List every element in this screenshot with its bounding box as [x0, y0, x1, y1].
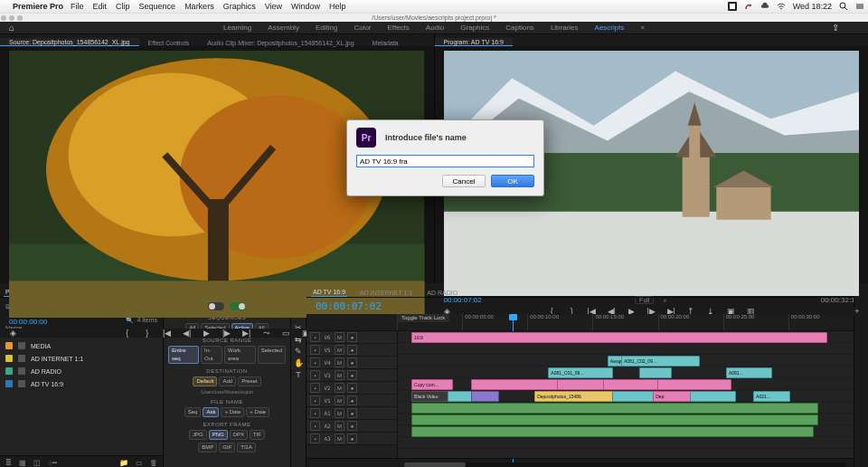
control-center-icon[interactable]	[855, 2, 864, 11]
menu-markers[interactable]: Markers	[184, 2, 214, 11]
type-tool-icon[interactable]: T	[296, 370, 301, 379]
solo-toggle-icon[interactable]: ●	[347, 345, 357, 355]
insert-icon[interactable]: ⤳	[261, 329, 272, 338]
menu-view[interactable]: View	[265, 2, 282, 11]
mark-in-icon[interactable]: {	[122, 329, 133, 338]
freeform-view-icon[interactable]: ◫	[33, 459, 41, 467]
workspace-tab-graphics[interactable]: Graphics	[460, 24, 489, 32]
track-toggle-icon[interactable]: •	[310, 408, 320, 418]
workspace-tab-effects[interactable]: Effects	[388, 24, 410, 32]
track-header[interactable]: •A1M●	[307, 407, 397, 420]
menu-clip[interactable]: Clip	[116, 2, 130, 11]
mute-toggle-icon[interactable]: M	[335, 357, 344, 367]
track-lanes[interactable]: 16:9AesguaArt1…A081_C02_09…A081_C01_09…A…	[398, 331, 854, 458]
timeline-tab[interactable]: AD RADIO	[425, 289, 459, 297]
workspace-tab-audio[interactable]: Audio	[426, 24, 444, 32]
track-header[interactable]: •V6M●	[307, 331, 397, 344]
workspace-overflow-icon[interactable]: »	[640, 24, 644, 32]
destbtns-preset[interactable]: Preset	[238, 376, 260, 386]
timeline-clip[interactable]: 16:9	[411, 332, 827, 343]
project-item[interactable]: AD TV 16:9	[0, 377, 163, 390]
timeline-clip[interactable]: Depositphotos_15486	[534, 391, 618, 402]
rangebtns-in-out[interactable]: In-Out	[201, 346, 222, 364]
mute-toggle-icon[interactable]: M	[335, 434, 344, 443]
timeline-clip[interactable]: A081_C01_09…	[548, 367, 613, 378]
track-header[interactable]: •V3M●	[307, 369, 397, 382]
timeline-clip[interactable]	[411, 415, 818, 425]
track-toggle-icon[interactable]: •	[310, 434, 320, 443]
solo-toggle-icon[interactable]: ●	[347, 434, 357, 443]
workspace-tab-color[interactable]: Color	[354, 24, 371, 32]
solo-toggle-icon[interactable]: ●	[347, 332, 357, 342]
fmt2-bmp[interactable]: BMP	[198, 443, 217, 453]
status-wifi-icon[interactable]	[777, 2, 786, 11]
namebtns-ask[interactable]: Ask	[203, 407, 219, 417]
menu-window[interactable]: Window	[291, 2, 320, 11]
menu-edit[interactable]: Edit	[93, 2, 108, 11]
namebtns--date[interactable]: + Date	[246, 407, 269, 417]
solo-toggle-icon[interactable]: ●	[347, 396, 357, 405]
destbtns-add[interactable]: Add	[219, 376, 236, 386]
traffic-light-close[interactable]	[1, 15, 6, 21]
pen-tool-icon[interactable]: ✎	[295, 347, 302, 356]
traffic-light-max[interactable]	[17, 15, 23, 21]
mute-toggle-icon[interactable]: M	[335, 345, 344, 355]
workspace-tab-captions[interactable]: Captions	[505, 24, 534, 32]
play-icon[interactable]: ▶	[202, 329, 212, 338]
solo-toggle-icon[interactable]: ●	[347, 421, 357, 431]
track-header[interactable]: •V5M●	[307, 344, 397, 357]
export-direct-toggle[interactable]	[230, 302, 246, 310]
traffic-light-min[interactable]	[9, 15, 14, 21]
track-toggle-icon[interactable]: •	[310, 332, 320, 342]
status-cloud-icon[interactable]	[760, 2, 769, 11]
zoom-slider-icon[interactable]: ○━	[48, 459, 57, 467]
timeline-clip[interactable]	[690, 391, 736, 402]
fmt1-tif[interactable]: TIF	[250, 430, 265, 440]
add-marker-icon[interactable]: ◈	[7, 329, 18, 338]
timeline-zoom-scroll[interactable]	[404, 462, 846, 467]
rangebtns-work-area[interactable]: Work area	[224, 346, 256, 364]
fmt1-dpx[interactable]: DPX	[230, 430, 248, 440]
solo-toggle-icon[interactable]: ●	[347, 408, 357, 418]
fmt1-png[interactable]: PNG	[209, 430, 228, 440]
project-item[interactable]: AD RADIO	[0, 365, 163, 377]
destbtns-default[interactable]: Default	[193, 376, 217, 386]
workspace-tab-aescripts[interactable]: aescripts	[595, 24, 625, 32]
fmt2-gif[interactable]: GIF	[219, 443, 235, 453]
ok-button[interactable]: OK	[491, 175, 534, 187]
timeline-clip[interactable]	[612, 391, 658, 402]
source-tab[interactable]: Metadata	[363, 39, 408, 46]
share-icon[interactable]: ⇪	[832, 23, 839, 33]
track-toggle-icon[interactable]: •	[310, 370, 320, 380]
status-record-icon[interactable]	[728, 2, 737, 11]
rangebtns-selected[interactable]: Selected	[258, 346, 286, 364]
new-item-icon[interactable]: ▭	[136, 459, 143, 467]
mark-out-icon[interactable]: }	[142, 329, 153, 338]
workspace-tab-learning[interactable]: Learning	[223, 24, 251, 32]
status-cc-icon[interactable]	[744, 2, 753, 11]
timeline-clip[interactable]: Copy com…	[411, 379, 453, 390]
track-toggle-icon[interactable]: •	[310, 396, 320, 405]
go-to-in-icon[interactable]: |◀	[162, 329, 173, 338]
new-bin-icon[interactable]: 📁	[119, 459, 128, 467]
filename-input[interactable]	[356, 155, 534, 167]
menu-file[interactable]: File	[71, 2, 84, 11]
timeline-clip[interactable]: Dep	[653, 391, 694, 402]
timeline-clip[interactable]	[471, 379, 559, 390]
mute-toggle-icon[interactable]: M	[335, 396, 344, 405]
solo-toggle-icon[interactable]: ●	[347, 383, 357, 393]
namebtns--date[interactable]: + Date	[221, 407, 244, 417]
menu-graphics[interactable]: Graphics	[223, 2, 256, 11]
track-header[interactable]: •V4M●	[307, 357, 397, 369]
menu-help[interactable]: Help	[329, 2, 346, 11]
mute-toggle-icon[interactable]: M	[335, 370, 344, 380]
mute-toggle-icon[interactable]: M	[335, 383, 344, 393]
mute-toggle-icon[interactable]: M	[335, 408, 344, 418]
step-fwd-icon[interactable]: |▶	[222, 329, 232, 338]
export-queue-toggle[interactable]	[208, 302, 224, 310]
project-item-list[interactable]: MEDIAAD INTERNET 1:1AD RADIOAD TV 16:9	[0, 336, 163, 455]
toggle-track-lock[interactable]: Toggle Track Lock	[397, 314, 449, 322]
source-tab[interactable]: Effect Controls	[139, 39, 199, 46]
timeline-clip[interactable]: A081_C02_09…	[621, 356, 700, 367]
timeline-clip[interactable]: A081…	[726, 367, 772, 378]
